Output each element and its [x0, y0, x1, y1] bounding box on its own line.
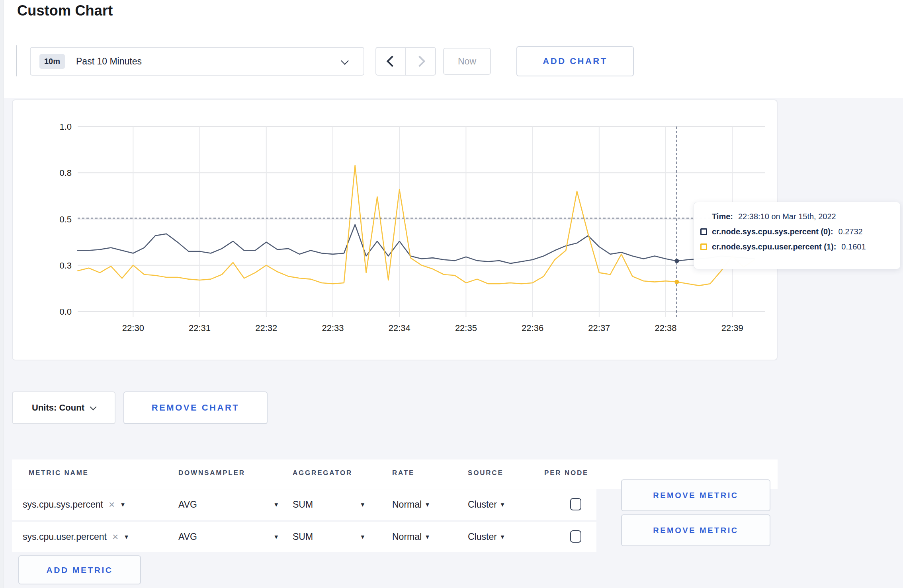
- rate-select[interactable]: Normal ▾: [392, 489, 429, 520]
- user-series-swatch-icon: [700, 243, 707, 250]
- chart-card: 22:3022:3122:3222:3322:3422:3522:3622:37…: [12, 99, 778, 360]
- source-select[interactable]: Cluster ▾: [468, 522, 504, 552]
- chart-tooltip: Time: 22:38:10 on Mar 15th, 2022 cr.node…: [694, 202, 901, 269]
- units-label: Units: Count: [32, 403, 84, 413]
- tooltip-series-row: cr.node.sys.cpu.sys.percent (0): 0.2732: [700, 227, 893, 236]
- svg-text:22:30: 22:30: [122, 323, 144, 333]
- time-next-button[interactable]: [406, 47, 436, 76]
- svg-text:22:33: 22:33: [322, 323, 344, 333]
- metric-name-select[interactable]: sys.cpu.user.percent × ▾: [23, 522, 128, 552]
- caret-down-icon: ▾: [125, 533, 128, 541]
- chevron-down-icon: [341, 57, 349, 65]
- caret-down-icon: ▾: [426, 533, 429, 541]
- left-edge-strip: [0, 0, 4, 588]
- add-chart-button[interactable]: ADD CHART: [516, 46, 634, 76]
- clear-metric-icon[interactable]: ×: [109, 498, 115, 511]
- custom-chart-page: Custom Chart 10m Past 10 Minutes Now ADD…: [0, 0, 903, 588]
- tooltip-sys-value: 0.2732: [838, 227, 863, 236]
- chevron-down-icon: [90, 404, 96, 411]
- per-node-checkbox[interactable]: [570, 530, 581, 543]
- caret-down-icon: ▾: [361, 500, 364, 509]
- svg-text:22:39: 22:39: [721, 323, 743, 333]
- svg-text:22:37: 22:37: [588, 323, 610, 333]
- header-per-node: PER NODE: [544, 469, 588, 477]
- clear-metric-icon[interactable]: ×: [112, 531, 118, 543]
- tooltip-time-row: Time: 22:38:10 on Mar 15th, 2022: [700, 212, 893, 221]
- aggregator-select[interactable]: SUM ▾: [293, 522, 364, 552]
- time-range-label: Past 10 Minutes: [76, 56, 142, 67]
- remove-chart-button[interactable]: REMOVE CHART: [123, 391, 268, 424]
- svg-text:22:31: 22:31: [189, 323, 211, 333]
- tooltip-series-row: cr.node.sys.cpu.user.percent (1): 0.1601: [700, 242, 893, 251]
- chart-plot[interactable]: 22:3022:3122:3222:3322:3422:3522:3622:37…: [13, 100, 778, 361]
- tooltip-time-value: 22:38:10 on Mar 15th, 2022: [738, 212, 836, 221]
- downsampler-select[interactable]: AVG ▾: [178, 522, 278, 552]
- tooltip-time-label: Time:: [712, 212, 733, 221]
- page-title: Custom Chart: [17, 2, 113, 19]
- svg-text:1.0: 1.0: [59, 122, 72, 132]
- units-dropdown[interactable]: Units: Count: [12, 391, 115, 424]
- chevron-left-icon: [386, 56, 397, 67]
- remove-metric-button[interactable]: REMOVE METRIC: [621, 479, 770, 511]
- svg-text:22:35: 22:35: [455, 323, 477, 333]
- time-pager: [375, 47, 436, 76]
- per-node-checkbox[interactable]: [570, 498, 581, 510]
- caret-down-icon: ▾: [121, 500, 125, 509]
- svg-text:22:34: 22:34: [389, 323, 410, 333]
- header-metric-name: METRIC NAME: [29, 469, 89, 477]
- caret-down-icon: ▾: [501, 533, 504, 541]
- svg-text:0.5: 0.5: [59, 214, 72, 224]
- metric-name-select[interactable]: sys.cpu.sys.percent × ▾: [23, 489, 125, 520]
- header-rate: RATE: [392, 469, 414, 477]
- caret-down-icon: ▾: [361, 533, 364, 541]
- sys-series-swatch-icon: [700, 228, 707, 235]
- svg-text:22:32: 22:32: [255, 323, 277, 333]
- add-metric-button[interactable]: ADD METRIC: [18, 555, 141, 584]
- header-aggregator: AGGREGATOR: [293, 469, 352, 477]
- source-select[interactable]: Cluster ▾: [468, 489, 504, 520]
- chevron-right-icon: [414, 56, 425, 67]
- metric-row: sys.cpu.sys.percent × ▾ AVG ▾ SUM ▾ Norm…: [12, 489, 596, 520]
- tooltip-user-value: 0.1601: [841, 242, 866, 251]
- tooltip-sys-label: cr.node.sys.cpu.sys.percent (0):: [712, 227, 833, 236]
- caret-down-icon: ▾: [274, 533, 278, 541]
- svg-text:0.0: 0.0: [59, 307, 72, 317]
- tooltip-user-label: cr.node.sys.cpu.user.percent (1):: [712, 242, 836, 251]
- aggregator-select[interactable]: SUM ▾: [293, 489, 364, 520]
- caret-down-icon: ▾: [501, 500, 504, 509]
- svg-text:0.8: 0.8: [59, 168, 72, 178]
- downsampler-select[interactable]: AVG ▾: [178, 489, 278, 520]
- caret-down-icon: ▾: [274, 500, 278, 509]
- svg-text:0.3: 0.3: [59, 261, 72, 271]
- svg-text:22:36: 22:36: [522, 323, 543, 333]
- time-prev-button[interactable]: [375, 47, 406, 76]
- toolbar-divider: [16, 45, 17, 76]
- metric-row: sys.cpu.user.percent × ▾ AVG ▾ SUM ▾ Nor…: [12, 521, 596, 552]
- now-button[interactable]: Now: [443, 48, 491, 75]
- time-range-badge: 10m: [39, 54, 65, 69]
- remove-metric-button[interactable]: REMOVE METRIC: [621, 514, 770, 546]
- svg-text:22:38: 22:38: [655, 323, 677, 333]
- header-source: SOURCE: [468, 469, 504, 477]
- header-downsampler: DOWNSAMPLER: [178, 469, 245, 477]
- time-range-dropdown[interactable]: 10m Past 10 Minutes: [30, 47, 364, 76]
- caret-down-icon: ▾: [426, 500, 429, 509]
- rate-select[interactable]: Normal ▾: [392, 522, 429, 552]
